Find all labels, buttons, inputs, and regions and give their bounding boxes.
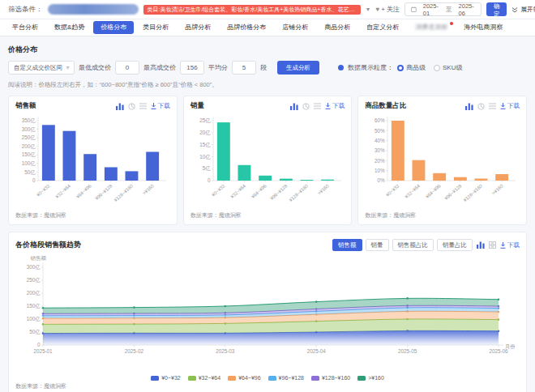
list-icon[interactable] [139, 103, 147, 109]
bar-chart-icon[interactable] [290, 103, 298, 110]
tab-price-distribution[interactable]: 价格分布 [93, 21, 134, 34]
legend-swatch [268, 376, 276, 381]
download-button[interactable]: 下载 [500, 102, 520, 110]
download-button[interactable]: 下载 [151, 102, 170, 110]
redacted-filter-value[interactable] [48, 4, 139, 15]
legend-item-3[interactable]: ¥96~¥128 [268, 375, 304, 381]
svg-text:¥0~¥32: ¥0~¥32 [211, 183, 226, 198]
bar-chart-icon[interactable] [477, 241, 485, 249]
confirm-button[interactable]: 确定 [486, 2, 507, 16]
category-filter-tag[interactable]: 类目:美妆清洁/卫生巾/组合套装、彩妆/香水/美妆工具+美妆热销商品+香水、花艺… [143, 5, 361, 15]
svg-text:50%: 50% [374, 128, 385, 134]
tab-platform[interactable]: 平台分析 [5, 21, 45, 34]
expand-filters-button[interactable]: 展开筛选条件 [511, 6, 535, 14]
svg-text:>¥160: >¥160 [142, 183, 155, 195]
tab-custom[interactable]: 自定义分析 [359, 21, 406, 34]
svg-text:¥64~¥96: ¥64~¥96 [75, 183, 92, 199]
svg-text:¥128~¥160: ¥128~¥160 [288, 183, 309, 202]
max-price-input[interactable] [180, 61, 204, 75]
date-from-value[interactable]: 2025-01 [423, 2, 439, 17]
min-price-input[interactable] [115, 61, 139, 75]
legend-item-0[interactable]: ¥0~¥32 [151, 375, 181, 381]
granularity-option-0[interactable]: 商品级 [397, 63, 426, 72]
heart-icon: ♥ [375, 6, 379, 13]
tab-label: 数据&趋势 [54, 23, 84, 31]
tab-product[interactable]: 商品分析 [317, 21, 357, 34]
svg-text:0%: 0% [378, 177, 386, 183]
radio-icon [397, 65, 404, 71]
legend-label: ¥0~¥32 [161, 375, 181, 381]
tab-consumer-insight[interactable]: 消费者洞察 [408, 21, 455, 34]
section-title: 价格分布 [8, 45, 527, 55]
legend-label: ¥128~¥160 [322, 375, 350, 381]
expand-filters-label: 展开筛选条件 [520, 6, 535, 14]
filter-conditions-label: 筛选条件： [8, 5, 43, 15]
tab-category[interactable]: 类目分析 [135, 21, 176, 34]
metric-button-volume[interactable]: 销量 [366, 239, 389, 251]
svg-text:2025-04: 2025-04 [307, 348, 327, 354]
download-icon [500, 242, 506, 249]
radio-icon [434, 65, 440, 71]
granularity-option-1[interactable]: SKU级 [434, 63, 462, 72]
metric-button-group: 销售额销量销售额占比销量占比 [332, 239, 473, 251]
follow-label: + 关注 [381, 5, 400, 14]
svg-text:>¥160: >¥160 [316, 183, 329, 195]
new-badge [450, 22, 453, 25]
svg-text:150亿: 150亿 [22, 151, 36, 157]
svg-text:月份: 月份 [505, 343, 516, 350]
download-button[interactable]: 下载 [325, 102, 345, 110]
tab-overseas[interactable]: 海外电商洞察 [456, 21, 510, 34]
svg-text:0: 0 [208, 177, 211, 183]
legend-item-4[interactable]: ¥128~¥160 [311, 375, 350, 381]
pie-chart-icon[interactable] [128, 103, 135, 110]
data-source: 数据来源：魔镜洞察 [365, 211, 520, 219]
svg-text:¥32~¥64: ¥32~¥64 [229, 183, 246, 199]
max-price-label: 最高成交价 [143, 63, 176, 72]
svg-text:¥128~¥160: ¥128~¥160 [463, 183, 484, 202]
svg-text:0: 0 [32, 177, 36, 183]
filter-bar: 筛选条件： 类目:美妆清洁/卫生巾/组合套装、彩妆/香水/美妆工具+美妆热销商品… [0, 0, 535, 19]
svg-text:¥32~¥64: ¥32~¥64 [54, 183, 71, 199]
metric-button-sales-share[interactable]: 销售额占比 [392, 239, 434, 251]
pie-chart-icon[interactable] [302, 103, 310, 110]
download-icon [325, 103, 331, 109]
list-icon[interactable] [489, 103, 496, 109]
chevron-down-icon[interactable]: ▼ [366, 6, 371, 12]
legend-swatch [151, 376, 159, 381]
generate-analysis-button[interactable]: 生成分析 [277, 61, 319, 75]
legend-swatch [311, 376, 319, 381]
svg-text:100亿: 100亿 [27, 316, 41, 322]
legend-label: ¥64~¥96 [238, 375, 260, 381]
download-button[interactable]: 下载 [500, 241, 520, 249]
svg-text:10%: 10% [374, 168, 385, 173]
list-icon[interactable] [314, 103, 321, 109]
metric-button-volume-share[interactable]: 销量占比 [437, 239, 473, 251]
date-range-picker[interactable]: 2025-01 至 2025-06 [404, 2, 481, 16]
follow-button[interactable]: ♥ + 关注 [375, 5, 400, 14]
tab-label: 海外电商洞察 [464, 23, 503, 31]
legend-item-5[interactable]: >¥160 [357, 375, 384, 381]
tab-label: 价格分布 [101, 23, 126, 31]
legend-item-1[interactable]: ¥32~¥64 [188, 375, 220, 381]
tab-brand-price[interactable]: 品牌价格分布 [220, 21, 273, 34]
tab-label: 消费者洞察 [415, 23, 447, 31]
metric-button-sales[interactable]: 销售额 [332, 239, 362, 251]
svg-text:300亿: 300亿 [22, 126, 36, 132]
tab-brand[interactable]: 品牌分析 [178, 21, 218, 34]
legend-item-2[interactable]: ¥64~¥96 [228, 375, 260, 381]
tab-scale-trend[interactable]: 数据&趋势 [47, 21, 92, 34]
svg-text:15亿: 15亿 [199, 142, 211, 147]
date-to-value[interactable]: 2025-06 [459, 2, 475, 17]
price-range-select[interactable]: 自定义成交价区间 ▼ [8, 61, 75, 75]
bar-chart-icon[interactable] [116, 103, 124, 110]
tab-shop[interactable]: 店铺分析 [275, 21, 315, 34]
legend-swatch [228, 376, 236, 381]
pie-chart-icon[interactable] [477, 103, 485, 110]
sales-volume-bar-chart: 05亿10亿15亿20亿25亿¥0~¥32¥32~¥64¥64~¥96¥96~¥… [190, 113, 345, 208]
expand-icon [511, 6, 518, 13]
data-source: 数据来源：魔镜洞察 [190, 211, 345, 219]
split-count-input[interactable] [232, 61, 256, 75]
tab-label: 平台分析 [12, 23, 38, 31]
bar-chart-icon[interactable] [465, 103, 473, 110]
grid-icon[interactable] [489, 241, 496, 249]
